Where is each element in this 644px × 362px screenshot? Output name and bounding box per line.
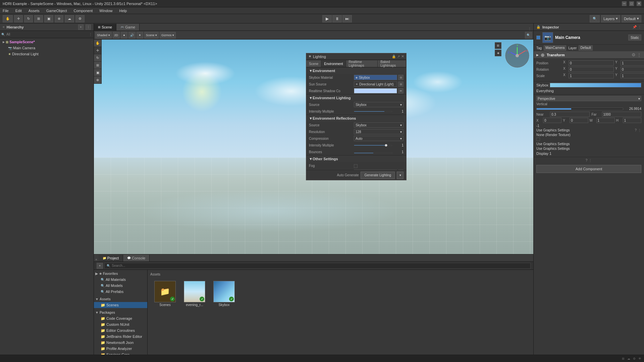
folder-custom-nunit[interactable]: 📁 Custom NUnit xyxy=(94,321,147,327)
ltab-environment[interactable]: Environment xyxy=(321,60,346,67)
scl-y-field[interactable] xyxy=(621,73,644,78)
transform-tool-rect[interactable]: ▣ xyxy=(44,15,53,22)
scene-audio-btn[interactable]: 🔊 xyxy=(128,32,136,39)
menu-edit[interactable]: Edit xyxy=(14,8,23,13)
search-bar[interactable]: 🔍 xyxy=(104,263,531,269)
env-refl-header[interactable]: ▼ Environment Reflections xyxy=(306,115,406,122)
scene-search-btn[interactable]: 🔍 xyxy=(525,32,532,39)
hierarchy-scene-item[interactable]: ▶ ⊞ SampleScene* ⋮ xyxy=(0,39,94,45)
y-field[interactable] xyxy=(570,118,588,123)
transform-component-header[interactable]: ▶ ⊕ Transform ⚙ ⋮ xyxy=(534,51,644,59)
env-lighting-header[interactable]: ▼ Environment Lighting xyxy=(306,95,406,101)
lighting-env-header[interactable]: ▼ Environment xyxy=(306,67,406,74)
search-input[interactable] xyxy=(112,264,528,267)
far-field[interactable] xyxy=(602,112,642,117)
transform-tool-move[interactable]: ✛ xyxy=(14,15,23,22)
perspective-dropdown[interactable]: Perspective ▾ xyxy=(536,96,641,101)
insp-help-button[interactable]: ? xyxy=(586,159,588,162)
folder-all-materials[interactable]: 🔍 All Materials xyxy=(94,277,147,283)
ltab-baked[interactable]: Baked Lightmaps xyxy=(378,60,406,67)
transform-settings-button[interactable]: ⚙ xyxy=(632,52,636,57)
menu-gameobject[interactable]: GameObject xyxy=(45,8,68,13)
tab-game[interactable]: 🎮 Game xyxy=(116,24,140,31)
close-button[interactable]: ✕ xyxy=(637,1,641,6)
tab-scene[interactable]: ⊞ Scene xyxy=(94,24,116,31)
asset-evening-r[interactable]: ✓ evening_r... xyxy=(181,280,208,308)
lighting-lock-button[interactable]: 🔒 xyxy=(392,55,396,58)
use-gfx1-more[interactable]: ⋮ xyxy=(638,128,641,132)
hierarchy-options2-button[interactable]: ⋮ xyxy=(89,33,92,36)
cloud-button[interactable]: ☁ xyxy=(65,15,74,22)
tool-move[interactable]: ✛ xyxy=(94,47,101,54)
folder-profile-analyzer[interactable]: 📁 Profile Analyzer xyxy=(94,346,147,352)
menu-assets[interactable]: Assets xyxy=(27,8,41,13)
hierarchy-options-button[interactable]: ⋮ xyxy=(86,24,91,30)
shadow-color-pick[interactable]: ✏ xyxy=(398,88,404,94)
near-field[interactable] xyxy=(550,112,590,117)
folder-newtonsoft[interactable]: 📁 Newtonsoft Json xyxy=(94,340,147,346)
settings-button[interactable]: ⚙ xyxy=(75,15,85,22)
object-enabled-checkbox[interactable] xyxy=(536,36,540,40)
hierarchy-dirlight-item[interactable]: ☀ Directional Light xyxy=(0,51,94,57)
scl-x-field[interactable] xyxy=(569,73,614,78)
tool-all[interactable]: ⊕ xyxy=(94,76,101,84)
menu-help[interactable]: Help xyxy=(118,8,128,13)
insp-more-button[interactable]: ⋮ xyxy=(589,159,592,162)
play-button[interactable]: ▶ xyxy=(322,15,332,22)
hierarchy-maincamera-item[interactable]: 📷 Main Camera xyxy=(0,45,94,51)
refl-comp-dropdown[interactable]: Auto ▾ xyxy=(354,136,404,141)
env-light-src-dropdown[interactable]: Skybox ▾ xyxy=(354,102,404,107)
refl-src-dropdown[interactable]: Skybox ▾ xyxy=(354,122,404,128)
tool-scale[interactable]: ⊞ xyxy=(94,62,101,69)
bottom-add-button[interactable]: + xyxy=(94,258,99,261)
inspector-options-button[interactable]: ⋮ xyxy=(638,25,641,29)
maximize-button[interactable]: □ xyxy=(629,1,634,6)
search-button[interactable]: 🔍 xyxy=(590,15,600,22)
inspector-pin-button[interactable]: 📌 xyxy=(633,25,637,29)
w-field[interactable] xyxy=(596,118,615,123)
fov-slider-track[interactable] xyxy=(536,108,623,110)
sun-source-pick[interactable]: ⊙ xyxy=(398,81,404,87)
refl-intensity-track[interactable] xyxy=(354,145,392,146)
fog-checkbox[interactable] xyxy=(354,164,358,168)
generate-lighting-dropdown[interactable]: ▾ xyxy=(397,172,404,179)
skybox-mat-field[interactable]: ◈ Skybox xyxy=(354,75,397,80)
scene-2d-btn[interactable]: 2D xyxy=(113,32,120,39)
rot-x-field[interactable] xyxy=(569,67,614,72)
pause-button[interactable]: ⏸ xyxy=(332,15,342,22)
shadow-color-field[interactable] xyxy=(354,88,397,94)
tool-rect[interactable]: ▣ xyxy=(94,69,101,76)
transform-more-button[interactable]: ⋮ xyxy=(637,52,641,57)
default-dropdown[interactable]: Default ▾ xyxy=(622,15,641,22)
scene-shading-btn[interactable]: Shaded ▾ xyxy=(95,32,112,39)
h-field[interactable] xyxy=(623,118,641,123)
folder-code-coverage[interactable]: 📁 Code Coverage xyxy=(94,315,147,321)
menu-window[interactable]: Window xyxy=(98,8,114,13)
rot-y-field[interactable] xyxy=(621,67,644,72)
folder-all-prefabs[interactable]: 🔍 All Prefabs xyxy=(94,289,147,295)
tag-dropdown[interactable]: MainCamera xyxy=(544,45,566,51)
lighting-pin-button[interactable]: ↗ xyxy=(397,55,400,58)
scene-gizmos-btn[interactable]: Gizmos ▾ xyxy=(160,32,176,39)
add-component-button[interactable]: Add Component xyxy=(536,165,641,173)
tool-rotate[interactable]: ↻ xyxy=(94,54,101,62)
lighting-close-button[interactable]: ✕ xyxy=(401,54,404,59)
transform-tool-all[interactable]: ⊕ xyxy=(55,15,63,22)
asset-skybox[interactable]: ✓ Skybox xyxy=(211,280,237,308)
minimize-button[interactable]: ─ xyxy=(622,1,627,6)
asset-scenes[interactable]: 📁 ✓ Scenes xyxy=(152,280,178,308)
pos-y-field[interactable] xyxy=(621,60,644,66)
small-checkbox[interactable] xyxy=(536,137,540,141)
menu-file[interactable]: File xyxy=(1,8,10,13)
scene-fx-btn[interactable]: ✦ xyxy=(137,32,143,39)
refl-res-dropdown[interactable]: 128 ▾ xyxy=(354,129,404,134)
folder-all-models[interactable]: 🔍 All Models xyxy=(94,283,147,289)
other-settings-header[interactable]: ▼ Other Settings xyxy=(306,156,406,162)
tab-console[interactable]: 💬 Console xyxy=(123,255,150,261)
env-intensity-track[interactable] xyxy=(354,111,392,112)
skybox-bar[interactable] xyxy=(550,83,641,87)
layer-dropdown[interactable]: Default xyxy=(579,45,593,51)
folder-editor-coroutines[interactable]: 📁 Editor Coroutines xyxy=(94,327,147,334)
scene-options-button[interactable]: ⋮ xyxy=(90,40,94,44)
skybox-mat-pick[interactable]: ⊙ xyxy=(398,75,404,80)
